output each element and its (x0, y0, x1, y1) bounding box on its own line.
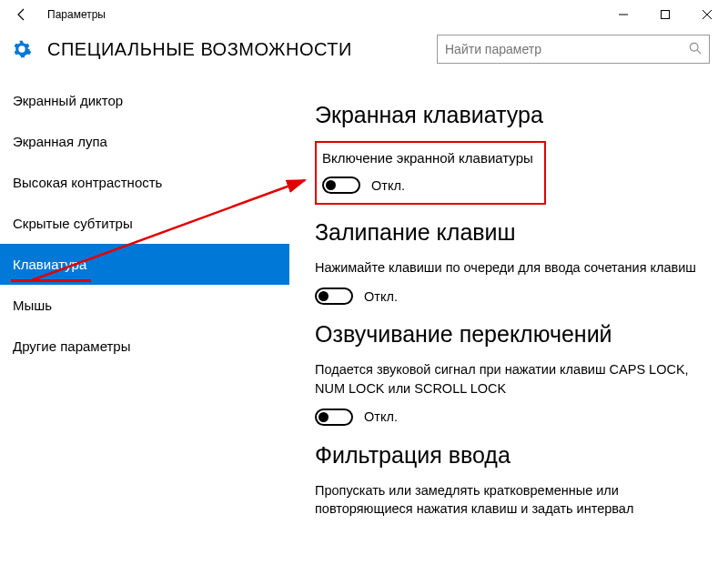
annotation-underline (11, 279, 91, 282)
minimize-button[interactable] (602, 0, 644, 29)
gear-icon (11, 38, 33, 60)
sticky-keys-toggle-state: Откл. (364, 289, 398, 304)
toggle-keys-desc: Подается звуковой сигнал при нажатии кла… (315, 360, 703, 398)
back-button[interactable] (7, 0, 36, 29)
section-heading-filter-keys: Фильтрация ввода (315, 442, 703, 469)
search-box[interactable] (437, 35, 710, 64)
toggle-keys-toggle-state: Откл. (364, 409, 398, 424)
svg-line-3 (697, 50, 701, 54)
sidebar-item-closed-captions[interactable]: Скрытые субтитры (0, 203, 289, 244)
sidebar-item-other[interactable]: Другие параметры (0, 326, 289, 367)
sidebar-item-mouse[interactable]: Мышь (0, 285, 289, 326)
toggle-knob (318, 412, 329, 422)
search-input[interactable] (445, 42, 689, 56)
toggle-keys-toggle[interactable] (315, 409, 353, 426)
toggle-knob (326, 180, 336, 190)
sidebar-item-narrator[interactable]: Экранный диктор (0, 80, 289, 121)
sidebar-item-high-contrast[interactable]: Высокая контрастность (0, 162, 289, 203)
onscreen-keyboard-sub: Включение экранной клавиатуры (322, 150, 533, 166)
toggle-knob (318, 291, 329, 301)
onscreen-keyboard-toggle-state: Откл. (371, 178, 405, 193)
sticky-keys-desc: Нажимайте клавиши по очереди для ввода с… (315, 258, 703, 277)
content-panel: Экранная клавиатура Включение экранной к… (289, 80, 728, 575)
sidebar-item-magnifier[interactable]: Экранная лупа (0, 121, 289, 162)
section-heading-toggle-keys: Озвучивание переключений (315, 321, 703, 348)
onscreen-keyboard-toggle[interactable] (322, 177, 360, 194)
sidebar: Экранный диктор Экранная лупа Высокая ко… (0, 80, 289, 575)
window-title: Параметры (47, 8, 106, 21)
section-heading-onscreen-keyboard: Экранная клавиатура (315, 102, 703, 128)
svg-point-2 (690, 43, 698, 51)
section-heading-sticky-keys: Залипание клавиш (315, 219, 703, 246)
filter-keys-desc: Пропускать или замедлять кратковременные… (315, 481, 703, 519)
page-title: Специальные возможности (47, 39, 352, 60)
sticky-keys-toggle[interactable] (315, 288, 353, 305)
annotation-highlight-box: Включение экранной клавиатуры Откл. (315, 141, 546, 205)
svg-rect-1 (662, 11, 670, 19)
close-button[interactable] (686, 0, 728, 29)
search-icon (689, 42, 702, 57)
maximize-button[interactable] (644, 0, 686, 29)
